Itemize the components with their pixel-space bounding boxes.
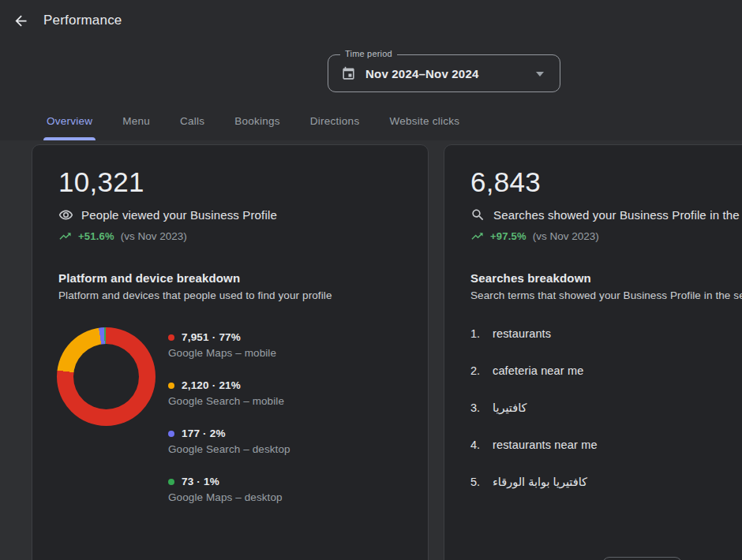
search-terms-list: 1. restaurants 2. cafeteria near me 3. ك… xyxy=(470,327,742,488)
term-text: كافتيريا بوابة الورقاء xyxy=(493,476,587,488)
tab-directions[interactable]: Directions xyxy=(307,114,363,140)
chart-legend: 7,951 · 77% Google Maps – mobile 2,120 ·… xyxy=(168,327,290,524)
legend-label: Google Maps – mobile xyxy=(168,347,290,359)
list-item: 3. كافتيريا xyxy=(470,401,742,414)
arrow-left-icon xyxy=(13,13,29,29)
term-number: 2. xyxy=(470,364,493,377)
eye-icon xyxy=(58,207,73,222)
legend-dot-orange xyxy=(168,383,174,389)
breakdown-subtitle: Platform and devices that people used to… xyxy=(58,289,428,301)
legend-dot-green xyxy=(168,479,174,485)
searches-delta-context: (vs Nov 2023) xyxy=(533,230,599,242)
legend-item: 177 · 2% Google Search – desktop xyxy=(168,427,290,455)
calendar-icon xyxy=(341,66,356,81)
tab-bar: Overview Menu Calls Bookings Directions … xyxy=(43,114,463,140)
list-item: 5. كافتيريا بوابة الورقاء xyxy=(470,476,742,488)
search-icon xyxy=(470,207,485,222)
legend-value: 177 · 2% xyxy=(182,427,226,439)
time-period-value: Nov 2024–Nov 2024 xyxy=(365,67,479,80)
legend-label: Google Maps – desktop xyxy=(168,491,290,503)
list-item: 1. restaurants xyxy=(470,327,742,340)
legend-value: 2,120 · 21% xyxy=(182,379,241,391)
views-card: 10,321 People viewed your Business Profi… xyxy=(32,144,429,560)
see-more-button[interactable] xyxy=(602,557,682,560)
views-metric: 10,321 xyxy=(58,164,428,200)
breakdown-title: Platform and device breakdown xyxy=(58,271,428,285)
searches-metric-desc: Searches showed your Business Profile in… xyxy=(493,208,742,222)
searches-breakdown-title: Searches breakdown xyxy=(470,271,742,285)
searches-card: 6,843 Searches showed your Business Prof… xyxy=(444,144,742,560)
searches-metric: 6,843 xyxy=(470,164,742,200)
tab-calls[interactable]: Calls xyxy=(177,114,208,140)
trending-up-icon xyxy=(470,230,484,243)
chevron-down-icon xyxy=(536,72,544,77)
term-number: 1. xyxy=(470,327,493,340)
views-delta-context: (vs Nov 2023) xyxy=(121,230,187,242)
tab-menu[interactable]: Menu xyxy=(119,114,153,140)
legend-label: Google Search – mobile xyxy=(168,395,290,407)
content-area: 10,321 People viewed your Business Profi… xyxy=(0,140,742,560)
legend-value: 73 · 1% xyxy=(182,476,219,487)
page-title: Performance xyxy=(43,13,122,28)
top-bar: Performance xyxy=(0,0,742,41)
views-metric-desc: People viewed your Business Profile xyxy=(81,208,277,222)
term-number: 3. xyxy=(470,401,493,414)
legend-label: Google Search – desktop xyxy=(168,443,290,455)
list-item: 4. restaurants near me xyxy=(470,439,742,451)
legend-value: 7,951 · 77% xyxy=(182,331,241,343)
donut-hole xyxy=(73,344,139,409)
legend-item: 7,951 · 77% Google Maps – mobile xyxy=(168,331,290,359)
trending-up-icon xyxy=(58,230,72,243)
term-text: كافتيريا xyxy=(493,401,527,414)
searches-breakdown-subtitle: Search terms that showed your Business P… xyxy=(470,289,742,301)
term-text: restaurants xyxy=(493,327,551,340)
legend-item: 73 · 1% Google Maps – desktop xyxy=(168,476,290,503)
tab-website-clicks[interactable]: Website clicks xyxy=(386,114,463,140)
tab-bookings[interactable]: Bookings xyxy=(231,114,283,140)
time-period-field[interactable]: Time period Nov 2024–Nov 2024 xyxy=(328,54,560,92)
time-period-label: Time period xyxy=(340,49,397,58)
donut-chart[interactable] xyxy=(57,327,156,426)
back-button[interactable] xyxy=(5,5,36,36)
legend-dot-blue xyxy=(168,431,174,437)
tab-overview[interactable]: Overview xyxy=(43,114,96,140)
searches-delta: +97.5% xyxy=(490,230,527,242)
legend-dot-red xyxy=(168,334,174,341)
term-text: cafeteria near me xyxy=(493,364,583,377)
header-hero: Performance Time period Nov 2024–Nov 202… xyxy=(0,0,742,140)
views-delta: +51.6% xyxy=(78,230,114,242)
term-number: 5. xyxy=(470,476,493,488)
term-text: restaurants near me xyxy=(493,439,598,451)
legend-item: 2,120 · 21% Google Search – mobile xyxy=(168,379,290,407)
list-item: 2. cafeteria near me xyxy=(470,364,742,377)
term-number: 4. xyxy=(470,439,493,451)
